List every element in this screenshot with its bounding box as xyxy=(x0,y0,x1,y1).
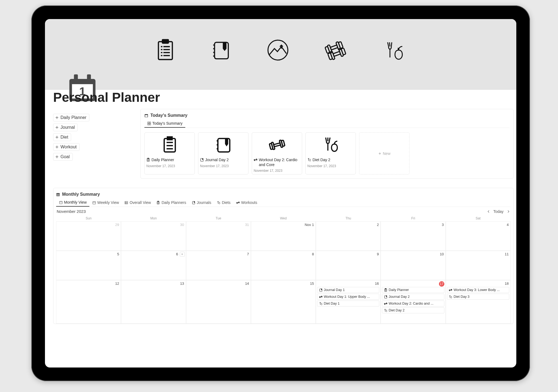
dumbbell-icon[interactable] xyxy=(325,39,348,62)
calendar-cell[interactable]: 31 xyxy=(186,221,251,251)
calendar-event[interactable]: Daily Planner xyxy=(382,287,444,293)
calendar-event[interactable]: Workout Day 3: Lower Body ... xyxy=(447,287,509,293)
tab-daily-planners[interactable]: Daily Planners xyxy=(154,198,189,207)
svg-rect-62 xyxy=(225,139,228,144)
calendar-cell[interactable]: 14 xyxy=(186,280,251,324)
prev-month-icon[interactable] xyxy=(487,210,490,213)
svg-rect-96 xyxy=(125,201,128,204)
dumbbell-icon xyxy=(254,158,257,162)
summary-card[interactable]: Daily PlannerNovember 17, 2023 xyxy=(144,132,195,174)
calendar-cell[interactable]: 2 xyxy=(316,221,381,251)
day-number: 11 xyxy=(505,252,509,256)
new-card-button[interactable]: New xyxy=(359,132,410,174)
journal-icon xyxy=(200,134,247,155)
calendar-grid: SunMonTueWedThuFriSat 293031Nov 123456+7… xyxy=(56,215,511,324)
day-number: 18 xyxy=(505,281,509,286)
calendar-cell[interactable]: 6+ xyxy=(121,251,186,280)
calendar-cell[interactable]: 15 xyxy=(251,280,316,324)
todays-summary-section: Today's Summary Today's Summary Daily Pl… xyxy=(140,109,514,179)
calendar-cell[interactable]: 8 xyxy=(251,251,316,280)
calendar-cell[interactable]: 16Journal Day 1Workout Day 1: Upper Body… xyxy=(316,280,381,324)
tab-monthly-view[interactable]: Monthly View xyxy=(56,198,89,207)
svg-rect-32 xyxy=(74,74,78,81)
add-daily-planner-button[interactable]: Daily Planner xyxy=(53,114,89,121)
svg-rect-86 xyxy=(57,194,57,195)
day-number: 15 xyxy=(310,281,314,286)
calendar-cell[interactable]: 18Workout Day 3: Lower Body ...Diet Day … xyxy=(446,280,511,324)
calendar-event[interactable]: Diet Day 3 xyxy=(447,294,509,300)
svg-rect-82 xyxy=(255,159,256,160)
tab-weekly-view[interactable]: Weekly View xyxy=(89,198,122,207)
weekday-label: Thu xyxy=(316,215,381,221)
calendar-event[interactable]: Workout Day 1: Upper Body ... xyxy=(317,294,379,300)
journal-icon[interactable] xyxy=(211,39,231,62)
svg-rect-90 xyxy=(58,195,59,196)
calendar-cell[interactable]: 10 xyxy=(381,251,445,280)
calendar-event[interactable]: Journal Day 1 xyxy=(317,287,379,293)
svg-rect-125 xyxy=(322,296,322,297)
calendar-cell[interactable]: 17Daily PlannerJournal Day 2Workout Day … xyxy=(381,280,445,324)
next-month-icon[interactable] xyxy=(507,210,510,213)
add-journal-button[interactable]: Journal xyxy=(53,124,78,131)
day-number: 31 xyxy=(245,223,249,227)
calendar-cell[interactable]: 4 xyxy=(446,221,511,251)
day-number: 6 xyxy=(176,252,178,256)
dumbbell-icon xyxy=(319,295,323,299)
svg-rect-49 xyxy=(147,124,149,125)
tab-icon xyxy=(217,201,220,204)
add-event-icon[interactable]: + xyxy=(180,252,185,257)
calendar-event[interactable]: Workout Day 2: Cardio and ... xyxy=(382,301,444,307)
calendar-cell[interactable]: 12 xyxy=(56,280,121,324)
calendar-cell[interactable]: 13 xyxy=(121,280,186,324)
svg-rect-11 xyxy=(223,42,226,49)
calendar-cell[interactable]: 11 xyxy=(446,251,511,280)
add-workout-button[interactable]: Workout xyxy=(53,143,80,151)
calendar-cell[interactable]: 29 xyxy=(56,221,121,251)
calendar-event[interactable]: Journal Day 2 xyxy=(382,294,444,300)
add-goal-button[interactable]: Goal xyxy=(53,153,73,161)
calendar-cell[interactable]: 7 xyxy=(186,251,251,280)
calendar-cell[interactable]: 30 xyxy=(121,221,186,251)
calendar-cell[interactable]: 5 xyxy=(56,251,121,280)
today-button[interactable]: Today xyxy=(493,209,504,214)
calendar-cell[interactable]: 3 xyxy=(381,221,445,251)
day-number: 14 xyxy=(245,281,249,286)
svg-rect-81 xyxy=(256,159,257,160)
add-diet-button[interactable]: Diet xyxy=(53,133,71,141)
weekday-label: Sun xyxy=(56,215,121,221)
mountain-icon[interactable] xyxy=(266,39,289,62)
summary-card[interactable]: Workout Day 2: Cardio and CoreNovember 1… xyxy=(252,132,302,174)
dumbbell-icon xyxy=(449,288,453,292)
card-title-text: Daily Planner xyxy=(151,158,174,163)
tab-todays-summary[interactable]: Today's Summary xyxy=(144,120,185,128)
quicklinks: Daily Planner Journal Diet Workout Goal xyxy=(53,114,129,163)
summary-card[interactable]: Journal Day 2November 17, 2023 xyxy=(198,132,248,174)
calendar-cell[interactable]: Nov 1 xyxy=(251,221,316,251)
calendar-cell[interactable]: 9 xyxy=(316,251,381,280)
day-number: Nov 1 xyxy=(305,223,314,227)
summary-card[interactable]: Diet Day 2November 17, 2023 xyxy=(305,132,356,174)
diet-icon[interactable] xyxy=(383,39,406,62)
calendar-nav: Today xyxy=(487,209,510,214)
tab-workouts[interactable]: Workouts xyxy=(233,198,260,207)
svg-rect-126 xyxy=(320,296,322,297)
calendar-event[interactable]: Diet Day 1 xyxy=(317,301,379,307)
tablet-frame: 1 Personal Planner Daily Planner Journal… xyxy=(31,5,530,381)
tab-overall-view[interactable]: Overall View xyxy=(122,198,154,207)
tab-diets[interactable]: Diets xyxy=(214,198,233,207)
svg-marker-63 xyxy=(225,144,228,146)
clipboard-icon xyxy=(384,288,387,292)
weekday-label: Sat xyxy=(446,215,511,221)
tab-icon xyxy=(192,201,195,204)
svg-rect-68 xyxy=(202,158,203,160)
card-date: November 17, 2023 xyxy=(146,164,193,168)
svg-rect-23 xyxy=(330,45,338,50)
day-number: 9 xyxy=(377,252,379,256)
day-number: 12 xyxy=(115,281,119,286)
gallery-icon xyxy=(147,121,151,125)
svg-rect-115 xyxy=(237,202,238,203)
clipboard-icon[interactable] xyxy=(155,39,175,62)
tab-journals[interactable]: Journals xyxy=(189,198,214,207)
calendar-event[interactable]: Diet Day 2 xyxy=(382,307,444,313)
card-title-text: Diet Day 2 xyxy=(313,158,330,163)
